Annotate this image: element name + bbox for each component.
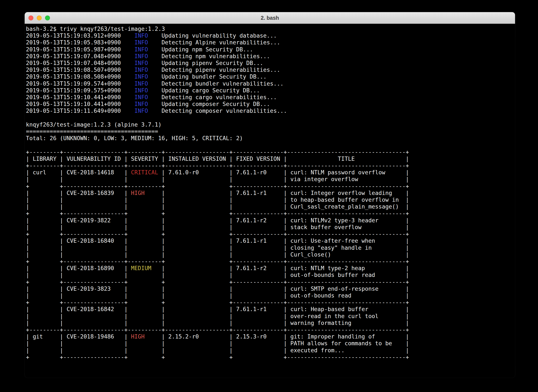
zoom-button[interactable] (45, 15, 50, 20)
terminal-line: | | | | | | stack buffer overflow | (26, 224, 514, 231)
terminal-line: | | CVE-2019-3822 | | | 7.61.1-r2 | curl… (26, 217, 514, 224)
terminal-output[interactable]: bash-3.2$ trivy knqyf263/test-image:1.2.… (25, 24, 515, 362)
terminal-line: | | | | | | PATH allows for commands to … (26, 340, 514, 347)
terminal-line: | | CVE-2018-16839 | HIGH | | 7.61.1-r1 … (26, 190, 514, 196)
terminal-line: | git | CVE-2018-19486 | HIGH | 2.15.2-r… (26, 333, 514, 340)
terminal-line: 2019-05-13T15:19:10.441+0900 INFO Updati… (26, 101, 514, 107)
terminal-line: 2019-05-13T15:19:08.507+0900 INFO Detect… (26, 66, 514, 73)
terminal-line: | | CVE-2019-3823 | | | | curl: SMTP end… (26, 285, 514, 292)
terminal-line: | curl | CVE-2018-14618 | CRITICAL | 7.6… (26, 169, 514, 176)
terminal-line: + +------------------+----------+ +-----… (26, 183, 514, 190)
window-titlebar[interactable]: 2. bash (25, 12, 515, 24)
terminal-line: + +------------------+ + +--------------… (26, 299, 514, 306)
terminal-line: | | | | | | via integer overflow | (26, 176, 514, 183)
terminal-line: Total: 26 (UNKNOWN: 0, LOW: 3, MEDIUM: 1… (26, 135, 514, 142)
terminal-line: 2019-05-13T15:19:07.048+0900 INFO Detect… (26, 53, 514, 60)
terminal-line: 2019-05-13T15:19:09.574+0900 INFO Detect… (26, 80, 514, 87)
terminal-line: | | | | | | Curl_sasl_create_plain_messa… (26, 203, 514, 210)
terminal-line: + +------------------+----------+ +-----… (26, 258, 514, 265)
terminal-line: | | | | | | out-of-bounds buffer read | (26, 272, 514, 278)
terminal-line: + +------------------+ + +--------------… (26, 210, 514, 217)
terminal-line: | | CVE-2018-16840 | | | 7.61.1-r1 | cur… (26, 238, 514, 244)
terminal-line: | | CVE-2018-16842 | | | 7.61.1-r1 | cur… (26, 306, 514, 313)
terminal-line: 2019-05-13T15:19:05.987+0900 INFO Updati… (26, 46, 514, 53)
terminal-line: | | | | | | over-read in the curl tool | (26, 313, 514, 320)
terminal-line: | | | | | | out-of-bounds read | (26, 292, 514, 299)
terminal-line: | | | | | | to heap-based buffer overflo… (26, 196, 514, 203)
close-button[interactable] (28, 15, 33, 20)
terminal-line: 2019-05-13T15:19:10.441+0900 INFO Detect… (26, 94, 514, 101)
terminal-window: 2. bash bash-3.2$ trivy knqyf263/test-im… (25, 12, 515, 378)
terminal-line: +---------+------------------+----------… (26, 162, 514, 169)
terminal-line: + +------------------+ + +--------------… (26, 279, 514, 285)
terminal-line: bash-3.2$ trivy knqyf263/test-image:1.2.… (26, 25, 514, 32)
terminal-line: ======================================= (26, 128, 514, 135)
terminal-line: | | CVE-2018-16890 | MEDIUM | | 7.61.1-r… (26, 265, 514, 272)
terminal-line: + +------------------+ + +--------------… (26, 231, 514, 238)
terminal-line (26, 142, 514, 149)
terminal-line: 2019-05-13T15:19:08.508+0900 INFO Updati… (26, 73, 514, 80)
terminal-line: 2019-05-13T15:19:07.048+0900 INFO Updati… (26, 60, 514, 66)
terminal-line: 2019-05-13T15:19:03.912+0900 INFO Updati… (26, 32, 514, 39)
terminal-line: 2019-05-13T15:19:11.649+0900 INFO Detect… (26, 107, 514, 114)
terminal-line: +---------+------------------+----------… (26, 149, 514, 155)
terminal-line: + +------------------+ + + +------------… (26, 354, 514, 361)
window-title: 2. bash (261, 15, 279, 21)
terminal-line: | | | | | | closing "easy" handle in | (26, 244, 514, 251)
terminal-line: | LIBRARY | VULNERABILITY ID | SEVERITY … (26, 155, 514, 162)
desktop-background: 2. bash bash-3.2$ trivy knqyf263/test-im… (0, 0, 538, 392)
terminal-line: 2019-05-13T15:19:09.575+0900 INFO Updati… (26, 87, 514, 94)
terminal-line: | | | | | | Curl_close() | (26, 251, 514, 258)
terminal-line: | | | | | | executed from... | (26, 347, 514, 354)
terminal-line: | | | | | | warning formatting | (26, 320, 514, 326)
terminal-line: +---------+------------------+----------… (26, 326, 514, 333)
traffic-lights (28, 12, 50, 23)
terminal-line (26, 114, 514, 121)
minimize-button[interactable] (37, 15, 42, 20)
terminal-line: knqyf263/test-image:1.2.3 (alpine 3.7.1) (26, 121, 514, 128)
terminal-line: 2019-05-13T15:19:05.983+0900 INFO Detect… (26, 39, 514, 46)
